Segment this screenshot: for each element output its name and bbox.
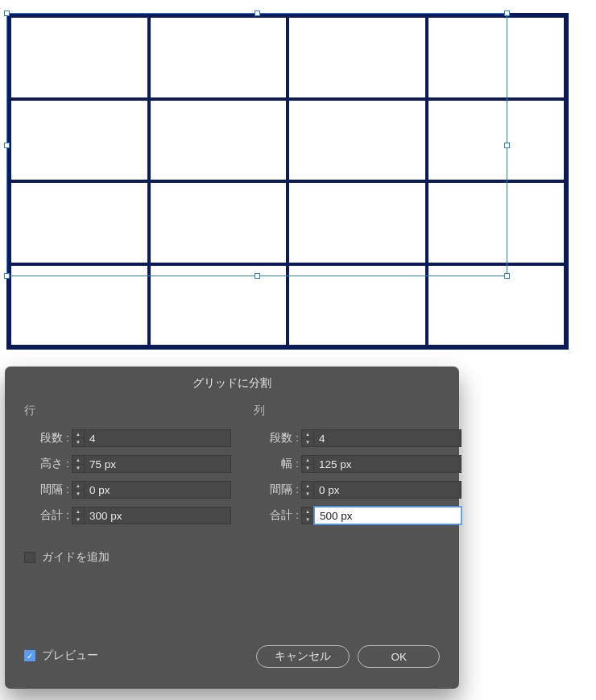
chevron-down-icon[interactable]: ▼ bbox=[72, 439, 84, 447]
cols-count-input[interactable] bbox=[314, 429, 461, 447]
columns-section: 列 段数 : ▲ ▼ 幅 : ▲ ▼ 間隔 : bbox=[254, 404, 461, 532]
rows-total-row: 合計 : ▲ ▼ bbox=[24, 507, 231, 524]
rows-count-row: 段数 : ▲ ▼ bbox=[24, 429, 231, 447]
rows-total-stepper[interactable]: ▲ ▼ bbox=[72, 507, 85, 524]
cancel-button[interactable]: キャンセル bbox=[256, 645, 350, 668]
preview-checkbox[interactable] bbox=[24, 650, 35, 661]
preview-label: プレビュー bbox=[42, 648, 98, 663]
grid-cell[interactable] bbox=[288, 16, 427, 99]
grid-cell[interactable] bbox=[10, 264, 149, 347]
rows-header: 行 bbox=[24, 404, 231, 418]
add-guides-label: ガイドを追加 bbox=[42, 550, 110, 565]
chevron-down-icon[interactable]: ▼ bbox=[72, 516, 84, 524]
grid-cell[interactable] bbox=[427, 16, 566, 99]
grid-cell[interactable] bbox=[10, 99, 149, 182]
rows-height-stepper[interactable]: ▲ ▼ bbox=[72, 455, 85, 473]
chevron-up-icon[interactable]: ▲ bbox=[72, 456, 84, 465]
rows-height-label: 高さ : bbox=[24, 457, 69, 471]
rows-gutter-input[interactable] bbox=[85, 481, 231, 499]
rows-total-input[interactable] bbox=[85, 507, 231, 524]
cols-count-stepper[interactable]: ▲ ▼ bbox=[301, 429, 314, 447]
chevron-down-icon[interactable]: ▼ bbox=[302, 465, 313, 473]
canvas-area[interactable] bbox=[3, 3, 593, 366]
add-guides-row: ガイドを追加 bbox=[5, 550, 459, 565]
chevron-down-icon[interactable]: ▼ bbox=[72, 491, 84, 499]
chevron-up-icon[interactable]: ▲ bbox=[72, 482, 84, 491]
grid-cell[interactable] bbox=[427, 99, 566, 182]
rows-gutter-row: 間隔 : ▲ ▼ bbox=[24, 481, 231, 499]
cols-width-row: 幅 : ▲ ▼ bbox=[254, 455, 461, 473]
grid-cell[interactable] bbox=[288, 264, 427, 347]
dialog-title: グリッドに分割 bbox=[5, 367, 459, 404]
rows-section: 行 段数 : ▲ ▼ 高さ : ▲ ▼ 間隔 : bbox=[24, 404, 231, 532]
ok-button[interactable]: OK bbox=[358, 645, 440, 668]
cols-total-row: 合計 : ▲ ▼ bbox=[254, 507, 461, 524]
rows-count-label: 段数 : bbox=[24, 431, 69, 445]
grid-cell[interactable] bbox=[288, 181, 427, 264]
rows-gutter-label: 間隔 : bbox=[24, 483, 69, 497]
cols-gutter-label: 間隔 : bbox=[254, 483, 299, 497]
grid-cell[interactable] bbox=[10, 181, 149, 264]
rows-gutter-stepper[interactable]: ▲ ▼ bbox=[72, 481, 85, 499]
chevron-up-icon[interactable]: ▲ bbox=[302, 482, 313, 491]
cols-gutter-stepper[interactable]: ▲ ▼ bbox=[301, 481, 314, 499]
chevron-down-icon[interactable]: ▼ bbox=[302, 491, 313, 499]
cols-count-row: 段数 : ▲ ▼ bbox=[254, 429, 461, 447]
rows-total-label: 合計 : bbox=[24, 508, 69, 523]
cols-count-label: 段数 : bbox=[254, 431, 299, 445]
grid-cell[interactable] bbox=[149, 99, 288, 182]
cols-total-input[interactable] bbox=[314, 507, 461, 524]
chevron-down-icon[interactable]: ▼ bbox=[302, 439, 313, 447]
grid-object[interactable] bbox=[6, 13, 569, 350]
grid-cell[interactable] bbox=[149, 181, 288, 264]
cols-gutter-input[interactable] bbox=[314, 481, 461, 499]
chevron-down-icon[interactable]: ▼ bbox=[302, 516, 313, 524]
grid-cell[interactable] bbox=[10, 16, 149, 99]
chevron-up-icon[interactable]: ▲ bbox=[72, 507, 84, 516]
rows-count-stepper[interactable]: ▲ ▼ bbox=[72, 429, 85, 447]
grid-cell[interactable] bbox=[427, 181, 566, 264]
rows-height-input[interactable] bbox=[85, 455, 231, 473]
preview-row: プレビュー bbox=[24, 648, 98, 663]
cols-gutter-row: 間隔 : ▲ ▼ bbox=[254, 481, 461, 499]
chevron-down-icon[interactable]: ▼ bbox=[72, 465, 84, 473]
cols-width-input[interactable] bbox=[314, 455, 461, 473]
columns-header: 列 bbox=[254, 404, 461, 418]
grid-cell[interactable] bbox=[288, 99, 427, 182]
chevron-up-icon[interactable]: ▲ bbox=[72, 430, 84, 439]
cols-total-label: 合計 : bbox=[254, 508, 299, 523]
chevron-up-icon[interactable]: ▲ bbox=[302, 430, 313, 439]
cols-width-stepper[interactable]: ▲ ▼ bbox=[301, 455, 314, 473]
rows-count-input[interactable] bbox=[85, 429, 231, 447]
add-guides-checkbox[interactable] bbox=[24, 552, 35, 563]
grid-cell[interactable] bbox=[149, 264, 288, 347]
chevron-up-icon[interactable]: ▲ bbox=[302, 456, 313, 465]
grid-cell[interactable] bbox=[149, 16, 288, 99]
chevron-up-icon[interactable]: ▲ bbox=[302, 507, 313, 516]
grid-cell[interactable] bbox=[427, 264, 566, 347]
split-into-grid-dialog: グリッドに分割 行 段数 : ▲ ▼ 高さ : ▲ ▼ bbox=[5, 367, 459, 689]
cols-total-stepper[interactable]: ▲ ▼ bbox=[301, 507, 314, 524]
cols-width-label: 幅 : bbox=[254, 457, 299, 471]
rows-height-row: 高さ : ▲ ▼ bbox=[24, 455, 231, 473]
